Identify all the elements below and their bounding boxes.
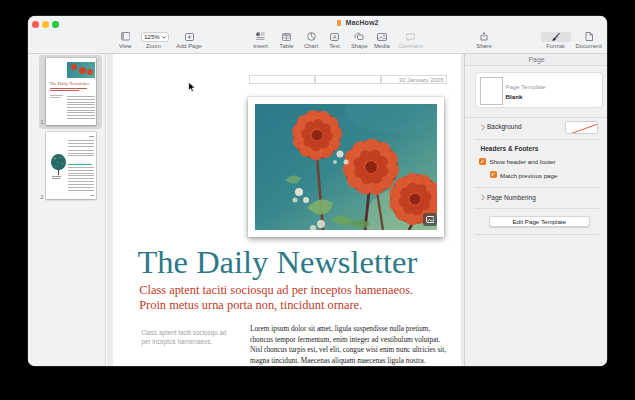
svg-text:A: A [333, 34, 337, 40]
